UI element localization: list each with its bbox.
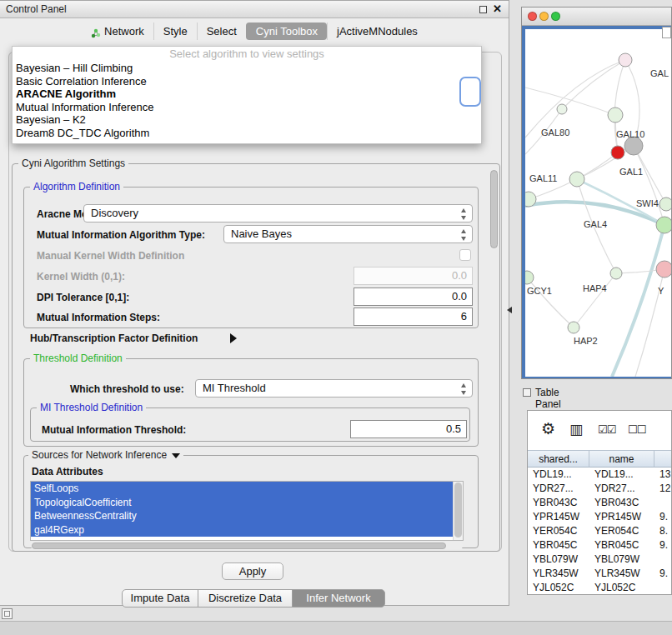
table-row[interactable]: YBR043CYBR043C xyxy=(528,496,672,510)
deselect-all-checkboxes-icon[interactable]: ☐☐ xyxy=(628,423,645,436)
network-node[interactable] xyxy=(525,192,536,207)
algorithm-option[interactable]: ARACNE Algorithm xyxy=(13,88,481,101)
network-node[interactable] xyxy=(619,53,632,67)
list-hscrollbar-thumb[interactable] xyxy=(32,542,446,549)
table-row[interactable]: YER054CYER054C8. xyxy=(528,524,672,538)
table-cell: YBR045C xyxy=(528,538,589,552)
tab-jactivemnodules[interactable]: jActiveMNodules xyxy=(327,22,427,40)
network-node[interactable] xyxy=(611,146,624,159)
network-node[interactable] xyxy=(659,198,672,211)
dropdown-placeholder: Select algorithm to view settings xyxy=(13,47,481,62)
combo-stepper-icon xyxy=(460,382,468,396)
sources-title[interactable]: Sources for Network Inference xyxy=(28,449,183,461)
network-node[interactable] xyxy=(656,261,672,278)
network-edge[interactable] xyxy=(527,278,574,328)
control-panel-titlebar: Control Panel ✕ xyxy=(0,1,509,18)
list-horizontal-scrollbar[interactable] xyxy=(31,542,463,549)
aracne-mode-combobox[interactable]: Discovery xyxy=(83,204,473,222)
dpi-tolerance-label: DPI Tolerance [0,1]: xyxy=(37,292,129,303)
table-row[interactable]: YDL19...YDL19...13 xyxy=(528,468,672,482)
close-icon[interactable]: ✕ xyxy=(493,2,502,15)
table-row[interactable]: YJL052CYJL052C xyxy=(528,581,672,595)
data-attribute-item[interactable]: gal4RGexp xyxy=(31,523,453,538)
table-cell xyxy=(654,552,672,567)
table-cell: YDL19... xyxy=(528,468,589,482)
data-attribute-item[interactable]: BetweennessCentrality xyxy=(31,509,453,523)
hub-definition-label[interactable]: Hub/Transcription Factor Definition xyxy=(30,332,198,344)
gear-icon[interactable]: ⚙ xyxy=(541,419,555,438)
tab-select[interactable]: Select xyxy=(197,22,246,40)
algorithm-option[interactable]: Bayesian – K2 xyxy=(13,113,481,127)
mi-type-combobox[interactable]: Naive Bayes xyxy=(223,225,473,243)
network-node[interactable] xyxy=(569,172,584,187)
mi-threshold-field[interactable]: 0.5 xyxy=(350,420,467,438)
settings-scrollbar-thumb[interactable] xyxy=(490,170,498,248)
data-attribute-item[interactable]: SelfLoops xyxy=(31,482,453,496)
network-node[interactable] xyxy=(608,108,623,122)
birdseye-toggle-icon[interactable] xyxy=(662,27,671,38)
network-node-label: HAP4 xyxy=(583,283,607,293)
network-node[interactable] xyxy=(568,322,579,333)
list-vertical-scrollbar[interactable] xyxy=(453,482,463,540)
network-node[interactable] xyxy=(624,137,643,155)
panel-corner-icon[interactable] xyxy=(2,608,13,619)
bottom-tab-infer-network[interactable]: Infer Network xyxy=(292,589,385,608)
table-cell: YBR043C xyxy=(589,496,654,510)
algorithm-option[interactable]: Basic Correlation Inference xyxy=(13,75,481,88)
table-column-header[interactable] xyxy=(654,450,672,468)
algorithm-option[interactable]: Bayesian – Hill Climbing xyxy=(13,62,481,75)
kernel-width-label: Kernel Width (0,1): xyxy=(37,271,125,282)
mi-threshold-label: Mutual Information Threshold: xyxy=(42,424,186,436)
network-node[interactable] xyxy=(656,217,672,233)
algorithm-option[interactable]: Mutual Information Inference xyxy=(13,101,481,114)
columns-icon[interactable]: ▥ xyxy=(569,421,583,438)
hub-expand-arrow-icon[interactable] xyxy=(230,333,237,343)
select-all-checkboxes-icon[interactable]: ☑☑ xyxy=(598,423,615,436)
table-cell: YLR345W xyxy=(589,567,654,581)
data-attribute-item[interactable]: TopologicalCoefficient xyxy=(31,496,453,510)
network-canvas[interactable]: GALGAL80GAL10GAL11GAL1SWI4GAL4GCY1HAP4YH… xyxy=(525,29,672,377)
algorithm-combobox-focus-fragment[interactable] xyxy=(459,77,481,107)
close-light-icon[interactable] xyxy=(528,12,537,21)
data-attributes-list[interactable]: SelfLoopsTopologicalCoefficientBetweenne… xyxy=(30,481,464,541)
which-threshold-combobox[interactable]: MI Threshold xyxy=(195,379,473,398)
table-cell: 9. xyxy=(654,538,672,552)
minimize-light-icon[interactable] xyxy=(539,12,549,21)
mi-steps-field[interactable]: 6 xyxy=(354,308,473,326)
list-scrollbar-thumb[interactable] xyxy=(454,482,462,538)
mi-type-value: Naive Bayes xyxy=(231,228,292,240)
float-window-icon[interactable] xyxy=(479,6,487,13)
table-row[interactable]: YLR345WYLR345W9. xyxy=(528,567,672,581)
apply-button[interactable]: Apply xyxy=(222,562,283,580)
table-column-header[interactable]: name xyxy=(589,450,654,468)
mi-steps-label: Mutual Information Steps: xyxy=(37,312,160,323)
manual-kernel-checkbox[interactable] xyxy=(459,249,471,261)
tab-label: Network xyxy=(104,22,144,40)
network-edge[interactable] xyxy=(525,60,625,138)
table-row[interactable]: YDR27...YDR27...12 xyxy=(528,482,672,496)
dpi-tolerance-field[interactable]: 0.0 xyxy=(354,288,473,306)
network-node[interactable] xyxy=(525,271,534,284)
table-panel-dock-icon[interactable] xyxy=(523,388,531,397)
table-row[interactable]: YBL079WYBL079W xyxy=(528,552,672,567)
control-panel-title: Control Panel xyxy=(6,3,67,15)
sources-collapse-arrow-icon xyxy=(172,453,180,458)
splitter-collapse-icon[interactable] xyxy=(507,307,512,313)
tab-style[interactable]: Style xyxy=(153,22,197,40)
network-node[interactable] xyxy=(557,104,567,114)
cyni-algorithm-settings-title: Cyni Algorithm Settings xyxy=(18,158,128,169)
tab-network[interactable]: Network xyxy=(82,22,153,40)
table-column-header[interactable]: shared... xyxy=(528,450,589,468)
zoom-light-icon[interactable] xyxy=(551,12,560,21)
algorithm-definition-title: Algorithm Definition xyxy=(30,181,123,192)
network-node[interactable] xyxy=(610,268,622,279)
algorithm-option[interactable]: Dream8 DC_TDC Algorithm xyxy=(13,127,481,140)
table-row[interactable]: YPR145WYPR145W9. xyxy=(528,510,672,524)
bottom-tab-discretize-data[interactable]: Discretize Data xyxy=(198,589,293,608)
network-node-label: HAP2 xyxy=(574,336,598,346)
network-edge[interactable] xyxy=(574,273,616,328)
algorithm-dropdown-popup: Select algorithm to view settings Bayesi… xyxy=(12,46,482,144)
table-row[interactable]: YBR045CYBR045C9. xyxy=(528,538,672,552)
bottom-tab-impute-data[interactable]: Impute Data xyxy=(122,589,198,608)
tab-cyni-toolbox[interactable]: Cyni Toolbox xyxy=(246,22,327,40)
